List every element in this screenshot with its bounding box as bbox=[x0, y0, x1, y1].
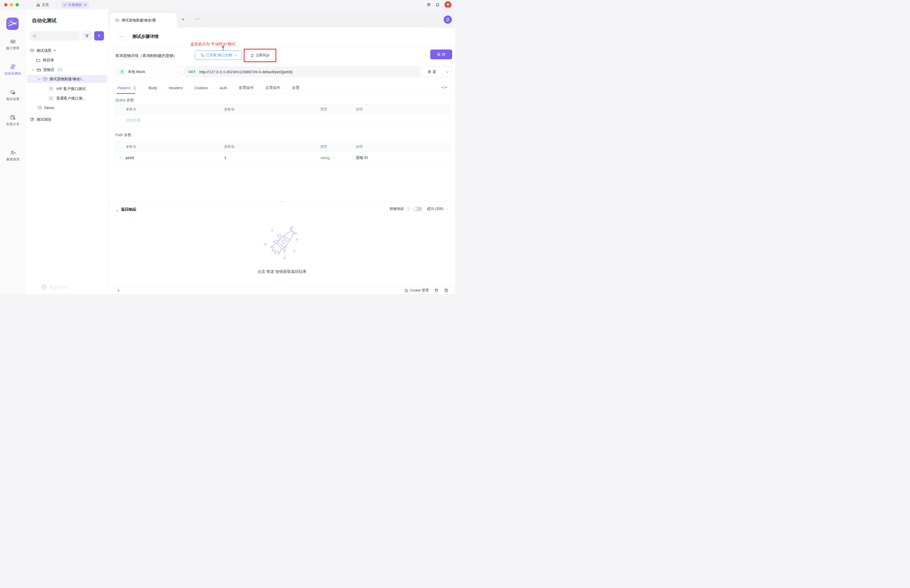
param-row-petid[interactable]: ✓ petId 1 string 宠物 ID bbox=[115, 152, 450, 164]
close-project-tab-icon[interactable]: ✕ bbox=[84, 3, 87, 7]
sync-now-button[interactable]: 立即同步 bbox=[246, 51, 274, 60]
send-options-caret[interactable] bbox=[442, 66, 451, 77]
response-empty-state: 点击“发送”按钮获取返回结果 bbox=[109, 224, 455, 274]
response-title: 返回响应 bbox=[121, 207, 136, 212]
tree-item-selected-scenario[interactable]: TS 测试宠物新建/修改/... bbox=[27, 75, 107, 83]
tree-item-petstore[interactable]: 宠物店 (1) bbox=[26, 66, 109, 73]
tree-item-vip-step[interactable]: 开 VIP 客户接口测试 bbox=[26, 85, 109, 92]
new-scenario-button[interactable]: + bbox=[94, 31, 104, 40]
col-name: 参数名 bbox=[115, 107, 224, 111]
cookie-icon bbox=[404, 289, 408, 292]
step-name-text[interactable]: 查询宠物详情（查询刚刚建的宠物） bbox=[115, 53, 177, 59]
document-tab-label: 测试宠物新建/修改/册 bbox=[121, 18, 156, 23]
code-view-icon[interactable]: </> bbox=[441, 86, 447, 89]
rail-item-auto-test[interactable]: 自动化测试 bbox=[0, 64, 26, 76]
rail-item-online-share[interactable]: 在线分享 bbox=[0, 115, 26, 126]
cookie-manager-button[interactable]: Cookie 管理 bbox=[404, 288, 429, 293]
request-url-bar[interactable]: GET http://127.0.0.1:4523/m1/2689726-0-d… bbox=[184, 66, 420, 78]
environment-select[interactable]: 本 本地 Mock bbox=[115, 66, 182, 78]
response-status-select[interactable]: 成功 (200) bbox=[427, 207, 443, 211]
collapse-sidebar-icon[interactable]: « bbox=[117, 288, 120, 292]
help-question-icon[interactable]: ? bbox=[407, 207, 411, 211]
send-button-group[interactable]: 发 送 bbox=[422, 66, 451, 78]
empty-state-caption: 点击“发送”按钮获取返回结果 bbox=[109, 269, 455, 274]
settings-gear-icon[interactable]: ⚙ bbox=[427, 3, 431, 7]
rail-item-project-settings[interactable]: 项目设置 bbox=[0, 89, 26, 101]
page-title: 测试步骤详情 bbox=[133, 34, 158, 39]
tree-item-label: 普通客户接口测... bbox=[56, 96, 86, 101]
chevron-down-icon[interactable] bbox=[38, 78, 40, 80]
param-type[interactable]: string bbox=[320, 156, 330, 160]
add-param-row[interactable]: 添加参数 bbox=[115, 114, 450, 126]
invite-member-icon bbox=[10, 150, 16, 155]
rail-item-invite-member[interactable]: 邀请成员 bbox=[0, 150, 26, 162]
chevron-down-icon bbox=[446, 70, 448, 73]
home-tab[interactable]: 主页 bbox=[36, 2, 49, 8]
scenario-sidebar: 自动化测试 + TS 测试场景 根目录 bbox=[26, 10, 109, 294]
home-label: 主页 bbox=[42, 3, 49, 7]
chevron-down-icon[interactable] bbox=[32, 68, 34, 71]
tab-cookies[interactable]: Cookies bbox=[194, 82, 208, 94]
col-type: 类型 bbox=[320, 107, 356, 111]
global-sync-button[interactable] bbox=[444, 16, 452, 24]
tab-overflow-menu[interactable]: ⋯ bbox=[195, 16, 200, 22]
chevron-down-icon[interactable] bbox=[333, 156, 336, 158]
tab-pre-ops[interactable]: 前置操作 bbox=[239, 82, 254, 94]
add-param-placeholder[interactable]: 添加参数 bbox=[115, 118, 224, 123]
query-params-table: 参数名 参数值 类型 说明 添加参数 bbox=[115, 104, 450, 127]
linked-api-doc-button[interactable]: 已关联“接口文档” bbox=[195, 50, 242, 60]
param-value[interactable]: 1 bbox=[224, 156, 320, 160]
send-button[interactable]: 发 送 bbox=[422, 66, 442, 77]
test-scenario-icon: TS bbox=[30, 49, 34, 52]
traffic-lights[interactable] bbox=[4, 3, 19, 6]
tree-item-root[interactable]: 根目录 bbox=[26, 56, 109, 64]
active-document-tab[interactable]: TS 测试宠物新建/修改/册 bbox=[110, 13, 177, 27]
path-params-table: 参数名 参数值 类型 说明 ✓ petId 1 string 宠物 ID bbox=[115, 142, 450, 164]
tree-item-demo[interactable]: TS Demo bbox=[26, 104, 109, 111]
project-tab[interactable]: 示例项目 ✕ bbox=[61, 2, 89, 8]
window-topbar: 主页 示例项目 ✕ ⚙ bbox=[0, 0, 455, 10]
help-circle-icon[interactable] bbox=[444, 288, 448, 292]
tab-label: 前置操作 bbox=[239, 86, 254, 90]
tab-auth[interactable]: Auth bbox=[220, 82, 227, 94]
notifications-bell-icon[interactable] bbox=[435, 3, 440, 7]
app-logo[interactable]: ★ ★ ★ bbox=[6, 18, 19, 30]
close-window-button[interactable] bbox=[4, 3, 8, 6]
user-avatar[interactable] bbox=[444, 1, 451, 8]
api-management-icon bbox=[10, 39, 16, 44]
footer-bar: « Cookie 管理 bbox=[109, 287, 455, 294]
save-button[interactable]: 保 存 bbox=[430, 50, 452, 59]
tab-post-ops[interactable]: 后置操作 bbox=[265, 82, 280, 94]
module-rail: ★ ★ ★ 接口管理 自动化测试 项目设置 在线分享 bbox=[0, 10, 26, 294]
dropdown-triangle-icon[interactable] bbox=[53, 50, 56, 51]
param-name[interactable]: petId bbox=[126, 156, 134, 160]
tab-params[interactable]: Params 1 bbox=[118, 82, 137, 94]
back-button[interactable]: ← bbox=[118, 32, 126, 40]
minimize-window-button[interactable] bbox=[10, 3, 13, 6]
validate-response-toggle[interactable] bbox=[413, 207, 422, 211]
tab-body[interactable]: Body bbox=[149, 82, 157, 94]
splitter-drag-handle[interactable]: ⋯ bbox=[280, 199, 284, 203]
theme-tshirt-icon[interactable] bbox=[434, 288, 438, 292]
step-state-badge: 开 bbox=[48, 86, 54, 91]
param-enabled-check-icon[interactable]: ✓ bbox=[118, 155, 123, 160]
maximize-window-button[interactable] bbox=[16, 3, 19, 6]
tab-settings[interactable]: 设置 bbox=[292, 82, 299, 94]
online-share-icon bbox=[10, 115, 16, 120]
rail-label: 自动化测试 bbox=[0, 71, 26, 76]
http-method-label: GET bbox=[188, 70, 196, 74]
collapse-response-chevron-icon[interactable] bbox=[116, 209, 119, 212]
linked-api-doc-label: 已关联“接口文档” bbox=[206, 53, 233, 58]
filter-button[interactable] bbox=[81, 31, 92, 40]
validate-response-label: 校验响应 bbox=[390, 207, 404, 211]
tree-header-scenarios[interactable]: TS 测试场景 bbox=[26, 47, 109, 55]
tab-headers[interactable]: Headers bbox=[169, 82, 183, 94]
tree-item-normal-step[interactable]: 正 普通客户接口测... bbox=[26, 94, 109, 102]
tab-label: Body bbox=[149, 86, 157, 90]
param-desc[interactable]: 宠物 ID bbox=[356, 155, 450, 160]
tree-item-test-report[interactable]: 测试报告 bbox=[26, 116, 109, 123]
rail-item-api-management[interactable]: 接口管理 bbox=[0, 39, 26, 50]
new-tab-button[interactable]: + bbox=[182, 17, 184, 23]
search-input[interactable] bbox=[30, 31, 80, 40]
logo-star-icon: ★ bbox=[15, 23, 17, 26]
